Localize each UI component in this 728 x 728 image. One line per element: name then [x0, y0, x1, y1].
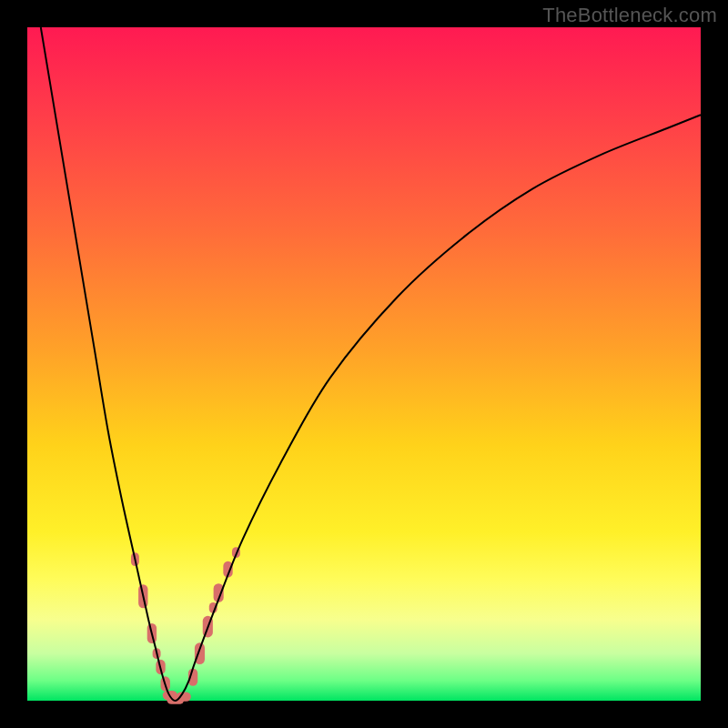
chart-frame: TheBottleneck.com: [0, 0, 728, 728]
plot-area: [27, 27, 701, 701]
curve-svg: [27, 27, 701, 701]
marker-group: [131, 547, 240, 703]
watermark-text: TheBottleneck.com: [542, 4, 717, 27]
